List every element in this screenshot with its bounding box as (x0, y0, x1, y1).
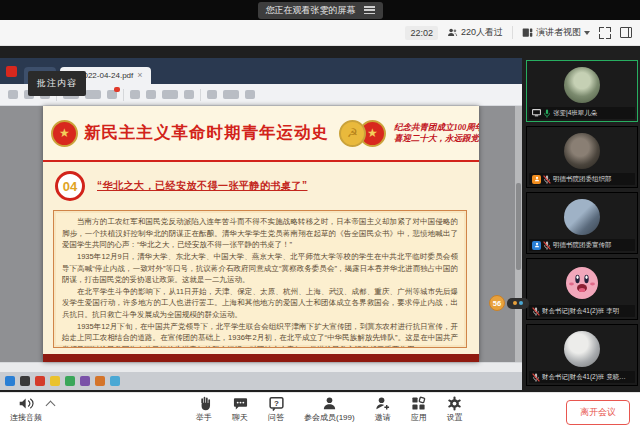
toolbar-icon (85, 90, 101, 99)
participant-name: 财会书记|财会41(2)班 竟晓… (542, 373, 626, 382)
mic-muted-icon (543, 175, 551, 184)
pdf-scrollbar (515, 106, 522, 362)
participant-tile[interactable]: 财会书记|财会41(2)班 竟晓… (526, 324, 638, 386)
qa-icon: ? (269, 396, 284, 411)
watching-banner-text: 您正在观看张雯的屏幕 (266, 4, 356, 17)
raise-hand-icon (197, 396, 212, 411)
participant-tile[interactable]: 财会书记|财会41(2)班 李明 (526, 258, 638, 320)
floating-badge: 56 (489, 295, 529, 311)
shared-screen: 首页 2022-04-24.pdf × (0, 58, 522, 390)
fullscreen-icon[interactable] (599, 27, 611, 39)
viewers-count-label: 220人看过 (461, 26, 503, 39)
paragraph: 当南方的工农红军和国民党反动派陷入连年苦斗而不得不实施战略转移之时，日本帝国主义… (62, 216, 458, 251)
gear-icon (447, 396, 462, 411)
slide-header: ★ 新民主主义革命时期青年运动史 ☭ ★ 纪念共青团成立100周年 喜迎二十大，… (43, 106, 479, 162)
participant-name-bar: 财会书记|财会41(2)班 竟晓… (529, 371, 635, 383)
divider (123, 89, 124, 101)
toolbar-icon (245, 90, 255, 99)
taskbar-icon (95, 376, 105, 386)
participant-name-bar: 明德书院团委组织部 (529, 173, 635, 185)
toolbar-center-items: 举手 聊天 ? 问答 (196, 396, 463, 423)
paragraph: 在北平学生斗争的影响下，从11日开始，天津、保定、太原、杭州、上海、武汉、成都、… (62, 286, 458, 321)
pdf-canvas: ★ 新民主主义革命时期青年运动史 ☭ ★ 纪念共青团成立100周年 喜迎二十大，… (0, 106, 522, 362)
participant-tile[interactable]: 明德书院团委宣传部 (526, 192, 638, 254)
taskbar-icon (80, 376, 90, 386)
apps-button[interactable]: 应用 (411, 396, 427, 423)
participant-name: 张雯|4班翠儿朵 (553, 109, 597, 118)
viewers-count[interactable]: 220人看过 (447, 26, 503, 39)
meeting-window: 您正在观看张雯的屏幕 22:02 220人看过 演讲者视图 首页 (0, 0, 640, 430)
mic-muted-icon (543, 241, 551, 250)
settings-label: 设置 (447, 412, 463, 423)
mic-muted-icon (532, 373, 540, 382)
section-number: 04 (55, 171, 85, 201)
audio-group: 连接音频 (10, 396, 54, 423)
slide-footer-bar (43, 354, 479, 362)
participant-name: 明德书院团委宣传部 (553, 241, 612, 250)
qa-label: 问答 (268, 412, 284, 423)
participants-label: 参会成员(199) (304, 412, 355, 423)
emblem-cluster: ☭ ★ (339, 120, 386, 147)
raise-hand-button[interactable]: 举手 (196, 396, 212, 423)
settings-button[interactable]: 设置 (447, 396, 463, 423)
qa-button[interactable]: ? 问答 (268, 396, 284, 423)
side-panel-toggle-icon[interactable] (620, 27, 632, 38)
toolbar-icon (146, 90, 156, 99)
slogan-line-1: 纪念共青团成立100周年 (394, 122, 479, 133)
watching-banner: 您正在观看张雯的屏幕 (258, 2, 383, 19)
shared-screen-tooltip: 批注内容 (28, 71, 86, 96)
slide-body-text: 当南方的工农红军和国民党反动派陷入连年苦斗而不得不实施战略转移之时，日本帝国主义… (53, 210, 467, 348)
people-icon (447, 27, 458, 38)
cohost-badge-icon (532, 241, 541, 250)
chat-button[interactable]: 聊天 (232, 396, 248, 423)
toolbar-icon (184, 90, 194, 99)
divider (200, 89, 201, 101)
participant-sidebar: 张雯|4班翠儿朵 明德书院团委组织部 (526, 60, 638, 390)
participants-button[interactable]: 参会成员(199) (304, 396, 355, 423)
video-stage: 首页 2022-04-24.pdf × (0, 46, 640, 392)
tab-label: 2022-04-24.pdf (79, 71, 133, 80)
slide-section-row: 04 “华北之大，已经安放不得一张平静的书桌了” (55, 171, 479, 201)
participant-name-bar: 财会书记|财会41(2)班 李明 (529, 305, 635, 317)
avatar (564, 265, 600, 301)
invite-label: 邀请 (375, 412, 391, 423)
slide-slogan: 纪念共青团成立100周年 喜迎二十大，永远跟党走 (394, 122, 479, 145)
avatar (564, 199, 600, 235)
taskbar-icon (50, 376, 60, 386)
screen-share-icon (532, 109, 541, 117)
youth-league-emblem-icon: ★ (51, 120, 78, 147)
taskbar-icon (110, 376, 120, 386)
mic-muted-icon (532, 307, 540, 316)
connect-audio-label: 连接音频 (10, 412, 42, 423)
taskbar-icon (35, 376, 45, 386)
mic-on-icon (543, 109, 551, 118)
leave-meeting-button[interactable]: 离开会议 (566, 400, 630, 425)
invite-button[interactable]: 邀请 (375, 396, 391, 423)
badge-count: 56 (489, 295, 505, 311)
toolbar-icon (8, 90, 18, 99)
chat-label: 聊天 (232, 412, 248, 423)
participant-tile[interactable]: 明德书院团委组织部 (526, 126, 638, 188)
section-title: “华北之大，已经安放不得一张平静的书桌了” (97, 179, 308, 193)
avatar (564, 331, 600, 367)
audio-options-caret[interactable] (46, 401, 56, 411)
avatar (564, 133, 600, 169)
top-banner: 您正在观看张雯的屏幕 (0, 0, 640, 20)
paragraph: 1935年12月9日，清华大学、东北大学、中国大学、燕京大学、北平师范大学等校的… (62, 251, 458, 286)
divider (512, 26, 513, 39)
view-mode-label: 演讲者视图 (536, 26, 581, 39)
participant-name: 财会书记|财会41(2)班 李明 (542, 307, 619, 316)
view-mode-selector[interactable]: 演讲者视图 (522, 26, 590, 39)
banner-menu-icon[interactable] (364, 6, 375, 14)
layout-icon (522, 27, 533, 38)
taskbar-icon (5, 376, 15, 386)
participant-name: 明德书院团委组织部 (553, 175, 612, 184)
chevron-down-icon (584, 31, 590, 35)
toolbar-icon (107, 90, 117, 99)
paragraph: 1935年12月下旬，在中国共产党领导下，北平学生联合会组织平津南下扩大宣传团，… (62, 321, 458, 348)
slide-title: 新民主主义革命时期青年运动史 (84, 122, 329, 144)
connect-audio-button[interactable]: 连接音频 (10, 396, 42, 423)
pdf-statusbar (0, 362, 522, 372)
participant-tile[interactable]: 张雯|4班翠儿朵 (526, 60, 638, 122)
toolbar-icon (223, 90, 239, 99)
